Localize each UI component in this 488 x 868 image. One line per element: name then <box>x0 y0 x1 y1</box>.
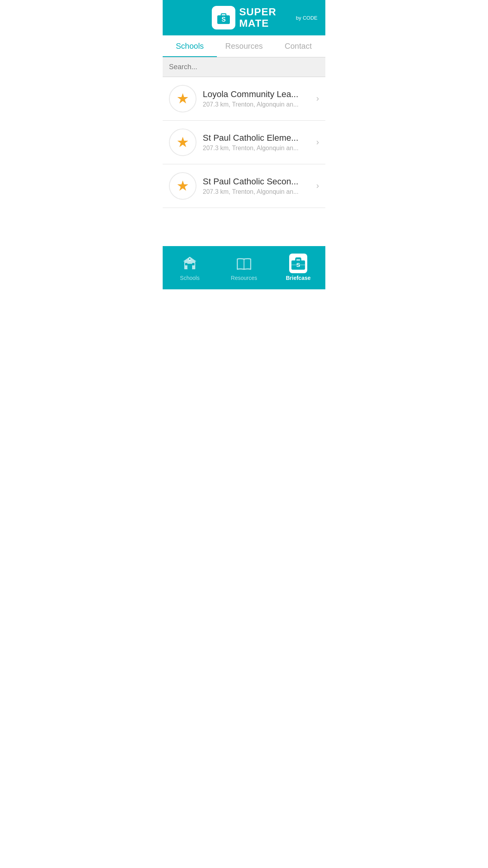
school-name-0: Loyola Community Lea... <box>203 89 313 99</box>
star-icon-container-0: ★ <box>169 85 196 112</box>
bottom-nav-schools-label: Schools <box>180 275 200 281</box>
star-icon-1: ★ <box>176 134 189 151</box>
school-detail-2: 207.3 km, Trenton, Algonquin an... <box>203 188 313 195</box>
school-name-2: St Paul Catholic Secon... <box>203 177 313 187</box>
bottom-nav-briefcase-label: Briefcase <box>286 275 310 281</box>
chevron-icon-2: › <box>316 181 319 191</box>
school-list: ★ Loyola Community Lea... 207.3 km, Tren… <box>163 77 325 246</box>
school-info-0: Loyola Community Lea... 207.3 km, Trento… <box>203 89 313 108</box>
logo-mate-label: MATE <box>239 18 277 29</box>
school-name-1: St Paul Catholic Eleme... <box>203 133 313 143</box>
by-code-label: by CODE <box>296 15 317 21</box>
briefcase-icon: S <box>289 254 307 272</box>
star-icon-2: ★ <box>176 178 189 194</box>
star-icon-container-2: ★ <box>169 172 196 200</box>
tab-navigation: Schools Resources Contact <box>163 35 325 57</box>
search-bar <box>163 57 325 77</box>
tab-contact[interactable]: Contact <box>271 35 325 57</box>
school-item-2[interactable]: ★ St Paul Catholic Secon... 207.3 km, Tr… <box>163 164 325 208</box>
star-icon-0: ★ <box>176 90 189 107</box>
tab-resources[interactable]: Resources <box>217 35 271 57</box>
school-detail-1: 207.3 km, Trenton, Algonquin an... <box>203 145 313 152</box>
svg-rect-6 <box>187 264 192 269</box>
chevron-icon-1: › <box>316 137 319 147</box>
bottom-nav-resources-label: Resources <box>231 275 257 281</box>
school-item-0[interactable]: ★ Loyola Community Lea... 207.3 km, Tren… <box>163 77 325 121</box>
chevron-icon-0: › <box>316 94 319 104</box>
bottom-nav-schools[interactable]: Schools <box>163 246 217 289</box>
school-info-1: St Paul Catholic Eleme... 207.3 km, Tren… <box>203 133 313 152</box>
search-input[interactable] <box>169 63 319 71</box>
svg-text:S: S <box>221 16 226 23</box>
svg-rect-13 <box>296 259 301 261</box>
school-detail-0: 207.3 km, Trenton, Algonquin an... <box>203 101 313 108</box>
school-item-1[interactable]: ★ St Paul Catholic Eleme... 207.3 km, Tr… <box>163 121 325 164</box>
svg-rect-10 <box>192 263 194 265</box>
app-header: S SUPER MATE by CODE <box>163 0 325 35</box>
tab-schools[interactable]: Schools <box>163 35 217 57</box>
svg-rect-9 <box>185 263 187 265</box>
bottom-navigation: Schools Resources S Br <box>163 246 325 289</box>
logo-super-label: SUPER <box>239 6 277 18</box>
logo-icon: S <box>212 6 235 29</box>
logo-text: SUPER MATE <box>239 6 277 29</box>
school-info-2: St Paul Catholic Secon... 207.3 km, Tren… <box>203 177 313 195</box>
school-building-icon <box>181 254 199 272</box>
star-icon-container-1: ★ <box>169 129 196 156</box>
bottom-nav-resources[interactable]: Resources <box>217 246 271 289</box>
svg-point-8 <box>189 258 191 260</box>
logo: S SUPER MATE <box>212 6 277 29</box>
bottom-nav-briefcase[interactable]: S Briefcase <box>271 246 325 289</box>
book-open-icon <box>235 254 253 272</box>
